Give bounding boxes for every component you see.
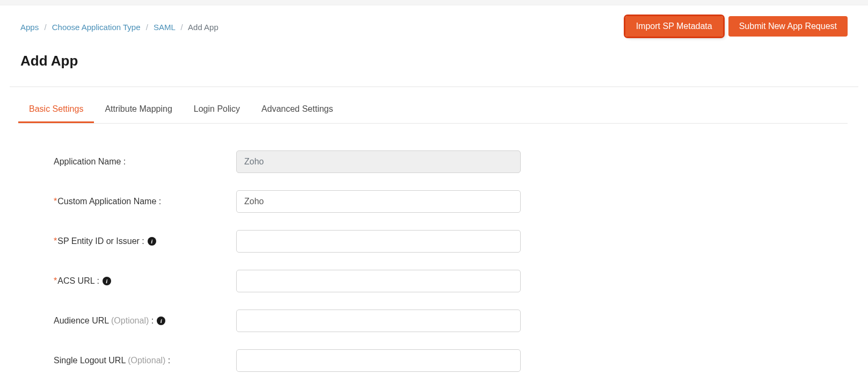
breadcrumb: Apps / Choose Application Type / SAML / … xyxy=(20,16,218,32)
breadcrumb-choose-type[interactable]: Choose Application Type xyxy=(52,23,141,32)
form-row-sp-entity: *SP Entity ID or Issuer : i xyxy=(54,230,848,253)
label-inner: SP Entity ID or Issuer : xyxy=(57,236,144,246)
form-row-slo-url: Single Logout URL (Optional) : xyxy=(54,349,848,372)
tab-advanced-settings[interactable]: Advanced Settings xyxy=(251,97,344,123)
label-custom-app-name: *Custom Application Name : xyxy=(54,197,236,206)
label-sp-entity: *SP Entity ID or Issuer : i xyxy=(54,236,236,246)
form-area: Application Name : *Custom Application N… xyxy=(20,124,848,372)
label-suffix: : xyxy=(165,356,170,365)
info-icon[interactable]: i xyxy=(148,237,156,246)
tab-login-policy[interactable]: Login Policy xyxy=(183,97,251,123)
label-prefix: Single Logout URL xyxy=(54,356,128,365)
breadcrumb-current: Add App xyxy=(188,23,218,32)
custom-application-name-field[interactable] xyxy=(236,190,521,213)
label-text: Application Name : xyxy=(54,157,126,167)
label-text: *Custom Application Name : xyxy=(54,197,161,206)
info-icon[interactable]: i xyxy=(157,317,165,325)
form-row-acs-url: *ACS URL : i xyxy=(54,270,848,292)
tab-basic-settings[interactable]: Basic Settings xyxy=(18,97,94,123)
breadcrumb-sep: / xyxy=(181,23,183,32)
page-title: Add App xyxy=(20,53,848,69)
audience-url-field[interactable] xyxy=(236,310,521,332)
optional-mark: (Optional) xyxy=(128,356,165,365)
label-slo-url: Single Logout URL (Optional) : xyxy=(54,356,236,365)
optional-mark: (Optional) xyxy=(111,316,149,325)
label-acs-url: *ACS URL : i xyxy=(54,276,236,286)
label-prefix: Audience URL xyxy=(54,316,111,325)
acs-url-field[interactable] xyxy=(236,270,521,292)
breadcrumb-saml[interactable]: SAML xyxy=(154,23,175,32)
label-text: Audience URL (Optional) : xyxy=(54,316,154,326)
top-bar xyxy=(0,0,868,5)
label-app-name: Application Name : xyxy=(54,157,236,167)
info-icon[interactable]: i xyxy=(103,277,111,285)
required-mark: * xyxy=(54,276,57,285)
import-sp-metadata-button[interactable]: Import SP Metadata xyxy=(625,16,723,37)
tab-attribute-mapping[interactable]: Attribute Mapping xyxy=(94,97,183,123)
form-row-app-name: Application Name : xyxy=(54,150,848,173)
divider xyxy=(10,87,858,87)
label-audience-url: Audience URL (Optional) : i xyxy=(54,316,236,326)
sp-entity-id-field[interactable] xyxy=(236,230,521,253)
breadcrumb-sep: / xyxy=(44,23,46,32)
submit-new-app-request-button[interactable]: Submit New App Request xyxy=(728,16,848,37)
breadcrumb-sep: / xyxy=(146,23,148,32)
required-mark: * xyxy=(54,236,57,246)
main-container: Apps / Choose Application Type / SAML / … xyxy=(0,5,868,372)
application-name-field xyxy=(236,150,521,173)
form-row-audience-url: Audience URL (Optional) : i xyxy=(54,310,848,332)
label-text: *ACS URL : xyxy=(54,276,99,286)
header-row: Apps / Choose Application Type / SAML / … xyxy=(20,16,848,37)
tabs: Basic Settings Attribute Mapping Login P… xyxy=(18,97,848,124)
form-row-custom-app-name: *Custom Application Name : xyxy=(54,190,848,213)
label-suffix: : xyxy=(149,316,154,325)
label-inner: Custom Application Name : xyxy=(57,197,161,206)
required-mark: * xyxy=(54,197,57,206)
label-inner: ACS URL : xyxy=(57,276,99,285)
label-text: *SP Entity ID or Issuer : xyxy=(54,236,144,246)
breadcrumb-apps[interactable]: Apps xyxy=(20,23,39,32)
single-logout-url-field[interactable] xyxy=(236,349,521,372)
action-buttons: Import SP Metadata Submit New App Reques… xyxy=(625,16,848,37)
label-text: Single Logout URL (Optional) : xyxy=(54,356,170,365)
